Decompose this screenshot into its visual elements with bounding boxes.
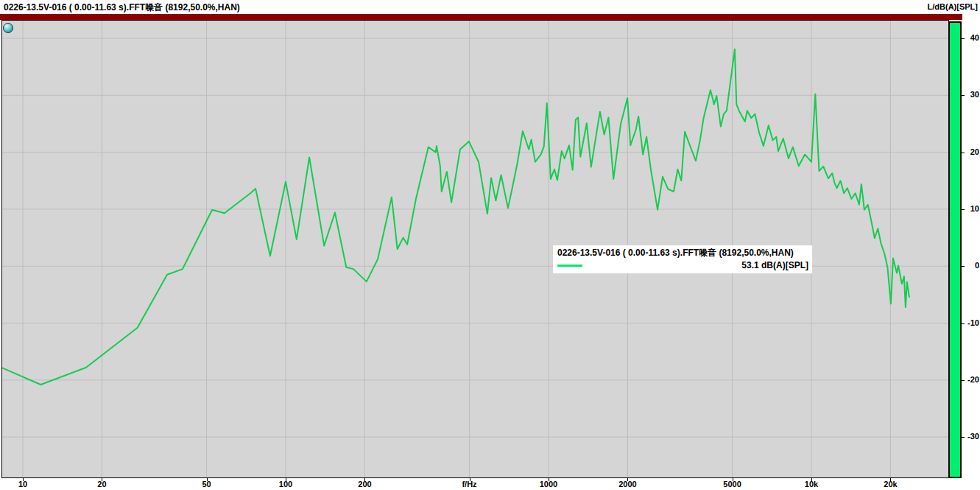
legend-level-value: 53.1 dB(A)[SPL] — [582, 260, 808, 271]
legend[interactable]: 0226-13.5V-016 ( 0.00-11.63 s).FFT噪音 (81… — [553, 245, 812, 273]
x-tick-label: 20k — [873, 480, 908, 489]
x-tick-label: 50 — [189, 480, 225, 489]
legend-value-row: 53.1 dB(A)[SPL] — [557, 260, 808, 271]
y-tick-label: -10 — [962, 318, 979, 327]
fft-spectrum-curve — [2, 49, 909, 385]
legend-color-swatch — [557, 265, 582, 267]
accent-bar — [0, 14, 962, 20]
legend-series-name: 0226-13.5V-016 ( 0.00-11.63 s).FFT噪音 (81… — [557, 247, 808, 259]
y-tick-label: 40 — [962, 33, 979, 42]
x-tick-label: 20 — [84, 480, 119, 489]
chart-title: 0226-13.5V-016 ( 0.00-11.63 s).FFT噪音 (81… — [4, 1, 240, 14]
y-tick-label: 20 — [962, 147, 979, 156]
x-tick-label: 5000 — [715, 480, 750, 489]
y-tick-label: -30 — [962, 432, 979, 441]
y-tick-label: 0 — [962, 261, 979, 270]
x-axis-title: f/Hz — [452, 480, 487, 489]
x-tick-label: 10k — [794, 480, 829, 489]
x-tick-label: 100 — [268, 480, 303, 489]
y-tick-label: 10 — [962, 204, 979, 213]
status-sphere-icon[interactable] — [3, 23, 13, 33]
x-tick-label: 10 — [5, 480, 40, 489]
x-tick-label: 1000 — [531, 480, 566, 489]
level-colorbar — [948, 21, 962, 478]
y-tick-label: -20 — [962, 375, 979, 384]
fft-analyzer-window: 0226-13.5V-016 ( 0.00-11.63 s).FFT噪音 (81… — [0, 0, 980, 490]
y-axis-unit-label: L/dB(A)[SPL] — [928, 2, 978, 11]
x-tick-label: 200 — [347, 480, 382, 489]
y-tick-label: 30 — [962, 90, 979, 99]
title-bar: 0226-13.5V-016 ( 0.00-11.63 s).FFT噪音 (81… — [0, 0, 980, 14]
x-tick-label: 2000 — [610, 480, 645, 489]
